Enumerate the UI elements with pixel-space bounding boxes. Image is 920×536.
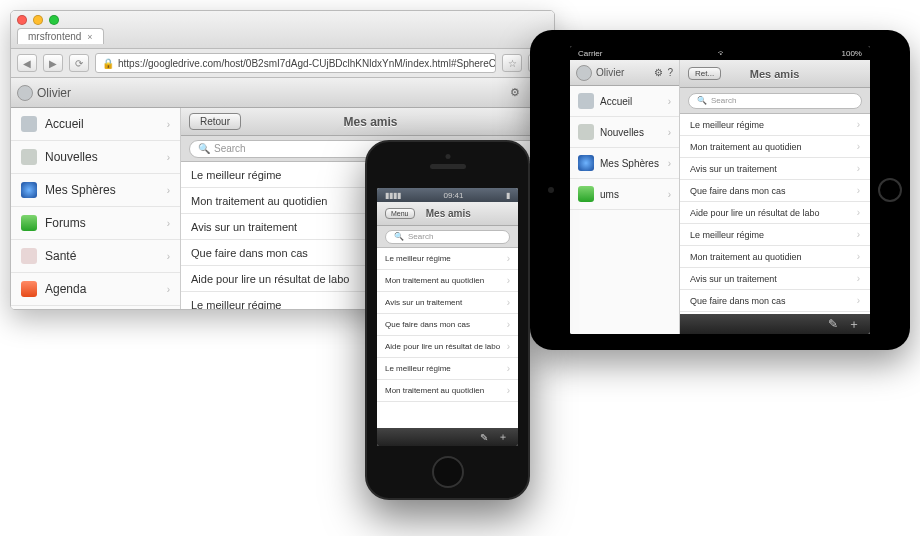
- chevron-right-icon: ›: [857, 185, 860, 196]
- list-item-label: Le meilleur régime: [690, 120, 764, 130]
- iphone-frame: ▮▮▮▮ 09:41 ▮ Menu Mes amis 🔍 Search Le m…: [365, 140, 530, 500]
- user-chip[interactable]: Olivier: [17, 85, 71, 101]
- main-pane: Ret... Mes amis 🔍 Search Le meilleur rég…: [680, 60, 870, 334]
- bookmark-icon[interactable]: ☆: [502, 54, 522, 72]
- list-item[interactable]: Avis sur un traitement›: [680, 268, 870, 290]
- clock: 09:41: [443, 191, 463, 200]
- sidebar-item[interactable]: Accueil›: [11, 108, 180, 141]
- search-placeholder: Search: [711, 96, 736, 105]
- search-bar: 🔍 Search: [377, 226, 518, 248]
- list-item[interactable]: Mon traitement au quotidien›: [680, 246, 870, 268]
- search-icon: 🔍: [697, 96, 707, 105]
- search-icon: 🔍: [394, 232, 404, 241]
- chevron-right-icon: ›: [167, 119, 170, 130]
- sidebar-item[interactable]: ums›: [570, 179, 679, 210]
- chevron-right-icon: ›: [507, 253, 510, 264]
- list-item[interactable]: Mon traitement au quotidien›: [377, 270, 518, 292]
- sidebar-item-label: Mes Sphères: [45, 183, 116, 197]
- chevron-right-icon: ›: [857, 163, 860, 174]
- list-item[interactable]: Que faire dans mon cas›: [377, 314, 518, 336]
- list-item[interactable]: Avis sur un traitement›: [680, 158, 870, 180]
- sidebar-item[interactable]: Mes Sphères›: [11, 174, 180, 207]
- list-item-label: Le meilleur régime: [191, 299, 281, 311]
- gear-icon[interactable]: ⚙: [654, 67, 663, 78]
- wifi-icon: ᯤ: [718, 49, 726, 58]
- compose-icon[interactable]: ✎: [828, 317, 838, 331]
- app-topbar: Olivier ⚙ ?: [11, 78, 554, 108]
- ios-status-bar: Carrier ᯤ 100%: [570, 46, 870, 60]
- chevron-right-icon: ›: [668, 189, 671, 200]
- sidebar-item[interactable]: Forums›: [11, 207, 180, 240]
- iphone-home-button[interactable]: [432, 456, 464, 488]
- list-item[interactable]: Le meilleur régime›: [377, 358, 518, 380]
- back-button[interactable]: Ret...: [688, 67, 721, 80]
- ios-status-bar: ▮▮▮▮ 09:41 ▮: [377, 188, 518, 202]
- sidebar-item[interactable]: Agenda›: [11, 273, 180, 306]
- search-icon: 🔍: [198, 143, 210, 154]
- close-tab-icon[interactable]: ×: [87, 32, 92, 42]
- help-icon[interactable]: ?: [667, 67, 673, 78]
- back-button[interactable]: Retour: [189, 113, 241, 130]
- list-item[interactable]: Aide pour lire un résultat de labo›: [680, 202, 870, 224]
- ipad-home-button[interactable]: [878, 178, 902, 202]
- avatar-icon: [17, 85, 33, 101]
- chevron-right-icon: ›: [167, 284, 170, 295]
- list-item[interactable]: Le meilleur régime›: [680, 114, 870, 136]
- maximize-icon[interactable]: [49, 15, 59, 25]
- sidebar-item[interactable]: Accueil›: [570, 86, 679, 117]
- tab-title: mrsfrontend: [28, 31, 81, 42]
- menu-icon: [21, 281, 37, 297]
- list-item-label: Que faire dans mon cas: [191, 247, 308, 259]
- list-item[interactable]: Le meilleur régime›: [377, 248, 518, 270]
- iphone-speaker: [430, 164, 466, 169]
- chevron-right-icon: ›: [507, 275, 510, 286]
- sidebar-item[interactable]: Mémo›: [11, 306, 180, 310]
- toolbar: ✎ ＋: [377, 428, 518, 446]
- sidebar-item[interactable]: Mes Sphères›: [570, 148, 679, 179]
- reload-button[interactable]: ⟳: [69, 54, 89, 72]
- list-item-label: Que faire dans mon cas: [385, 320, 470, 329]
- list-item[interactable]: Avis sur un traitement›: [377, 292, 518, 314]
- list-item[interactable]: Que faire dans mon cas›: [680, 180, 870, 202]
- menu-icon: [578, 186, 594, 202]
- minimize-icon[interactable]: [33, 15, 43, 25]
- url-field[interactable]: 🔒 https://googledrive.com/host/0B2smI7dA…: [95, 53, 496, 73]
- chevron-right-icon: ›: [507, 319, 510, 330]
- search-input[interactable]: 🔍 Search: [385, 230, 510, 244]
- signal-icon: ▮▮▮▮: [385, 191, 401, 200]
- nav-back-button[interactable]: ◀: [17, 54, 37, 72]
- list-item[interactable]: Mon traitement au quotidien›: [680, 136, 870, 158]
- sidebar-item[interactable]: Santé›: [11, 240, 180, 273]
- list-item-label: Mon traitement au quotidien: [191, 195, 327, 207]
- compose-icon[interactable]: ✎: [480, 432, 488, 443]
- chevron-right-icon: ›: [857, 141, 860, 152]
- menu-icon: [21, 116, 37, 132]
- lock-icon: 🔒: [102, 58, 114, 69]
- close-icon[interactable]: [17, 15, 27, 25]
- menu-icon: [21, 248, 37, 264]
- search-placeholder: Search: [408, 232, 433, 241]
- list-item[interactable]: Le meilleur régime›: [680, 224, 870, 246]
- list-item-label: Aide pour lire un résultat de labo: [191, 273, 349, 285]
- browser-tab[interactable]: mrsfrontend ×: [17, 28, 104, 44]
- chevron-right-icon: ›: [668, 158, 671, 169]
- iphone-screen: ▮▮▮▮ 09:41 ▮ Menu Mes amis 🔍 Search Le m…: [377, 188, 518, 446]
- sidebar-item[interactable]: Nouvelles›: [11, 141, 180, 174]
- address-bar: ◀ ▶ ⟳ 🔒 https://googledrive.com/host/0B2…: [11, 49, 554, 78]
- chevron-right-icon: ›: [507, 385, 510, 396]
- list-item[interactable]: Aide pour lire un résultat de labo›: [377, 336, 518, 358]
- add-icon[interactable]: ＋: [498, 430, 508, 444]
- sidebar-item-label: Nouvelles: [600, 127, 644, 138]
- list-item[interactable]: Que faire dans mon cas›: [680, 290, 870, 312]
- gear-icon[interactable]: ⚙: [506, 84, 524, 102]
- list-item[interactable]: Mon traitement au quotidien›: [377, 380, 518, 402]
- chevron-right-icon: ›: [857, 295, 860, 306]
- chevron-right-icon: ›: [857, 229, 860, 240]
- search-input[interactable]: 🔍 Search: [688, 93, 862, 109]
- list-item-label: Avis sur un traitement: [385, 298, 462, 307]
- nav-forward-button[interactable]: ▶: [43, 54, 63, 72]
- sidebar-item[interactable]: Nouvelles›: [570, 117, 679, 148]
- add-icon[interactable]: ＋: [848, 316, 860, 333]
- chevron-right-icon: ›: [857, 273, 860, 284]
- back-button[interactable]: Menu: [385, 208, 415, 219]
